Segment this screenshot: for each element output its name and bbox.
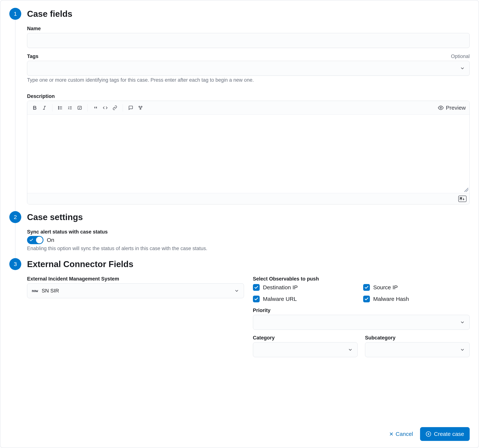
comment-icon[interactable] [127, 104, 134, 112]
step-external-connector: 3 External Connector Fields External Inc… [9, 258, 470, 364]
observables-and-fields: Select Observables to push Destination I… [253, 276, 470, 357]
priority-select[interactable] [253, 315, 470, 330]
priority-label: Priority [253, 308, 470, 313]
quote-icon[interactable] [92, 104, 99, 112]
checkbox-checked-icon [253, 284, 260, 291]
editor-footer: M↓ [27, 193, 470, 204]
link-icon[interactable] [111, 104, 119, 112]
observable-label: Malware Hash [373, 296, 409, 302]
observables-label: Select Observables to push [253, 276, 470, 282]
tags-input[interactable] [27, 61, 470, 76]
checkbox-checked-icon [253, 296, 260, 302]
cancel-button[interactable]: Cancel [387, 428, 415, 440]
field-tags: Tags Optional Type one or more custom id… [27, 53, 470, 83]
chevron-down-icon [460, 320, 465, 325]
step-badge-1: 1 [9, 8, 21, 20]
editor-toolbar: Preview [27, 101, 470, 115]
bold-icon[interactable] [31, 104, 38, 112]
observable-destination-ip[interactable]: Destination IP [253, 284, 359, 291]
category-field: Category [253, 335, 358, 357]
observables-list: Destination IP Source IP Malware URL [253, 284, 470, 302]
footer-actions: Cancel Create case [387, 427, 470, 441]
sync-toggle[interactable] [27, 236, 43, 244]
description-label: Description [27, 94, 55, 99]
checkbox-checked-icon [363, 284, 370, 291]
svg-point-7 [58, 107, 59, 108]
svg-point-18 [440, 107, 442, 108]
preview-label: Preview [446, 105, 466, 111]
subcategory-label: Subcategory [365, 335, 470, 341]
field-description: Description [27, 94, 470, 204]
servicenow-icon: now [32, 288, 38, 293]
description-textarea[interactable] [27, 115, 470, 193]
external-system-label: External Incident Management System [27, 276, 244, 282]
tags-optional: Optional [451, 53, 470, 59]
svg-point-15 [140, 108, 141, 109]
step-title-external-connector: External Connector Fields [27, 258, 470, 270]
observable-malware-hash[interactable]: Malware Hash [363, 296, 470, 302]
chevron-down-icon [348, 347, 353, 352]
priority-field: Priority [253, 308, 470, 330]
bullet-list-icon[interactable] [57, 104, 64, 112]
sync-help: Enabling this option will sync the statu… [27, 246, 470, 251]
cancel-label: Cancel [396, 431, 413, 437]
step-badge-2: 2 [9, 211, 21, 223]
ordered-list-icon[interactable] [66, 104, 74, 112]
description-editor: Preview M↓ [27, 101, 470, 204]
step-case-settings: 2 Case settings Sync alert status with c… [9, 211, 470, 258]
observable-malware-url[interactable]: Malware URL [253, 296, 359, 302]
chevron-down-icon [460, 347, 465, 352]
preview-button[interactable]: Preview [438, 105, 466, 111]
svg-line-16 [140, 107, 140, 108]
field-name: Name [27, 26, 470, 48]
step-title-case-settings: Case settings [27, 211, 470, 223]
observable-label: Malware URL [263, 296, 297, 302]
tags-label: Tags [27, 53, 38, 59]
create-case-button[interactable]: Create case [420, 427, 470, 441]
step-badge-3: 3 [9, 258, 21, 270]
subcategory-field: Subcategory [365, 335, 470, 357]
sync-value-text: On [47, 237, 54, 243]
svg-rect-12 [78, 106, 81, 109]
subcategory-select[interactable] [365, 342, 470, 357]
name-input[interactable] [27, 33, 470, 48]
svg-point-6 [58, 106, 59, 107]
steps-list: 1 Case fields Name Tags Optional [9, 8, 470, 364]
checkbox-checked-icon [363, 296, 370, 302]
checklist-icon[interactable] [76, 104, 83, 112]
category-select[interactable] [253, 342, 358, 357]
external-system-select[interactable]: now SN SIR [27, 283, 244, 298]
eye-icon [438, 105, 444, 111]
observable-source-ip[interactable]: Source IP [363, 284, 470, 291]
close-icon [389, 432, 394, 436]
lens-icon[interactable] [137, 104, 144, 112]
markdown-icon[interactable]: M↓ [458, 196, 467, 202]
name-label: Name [27, 26, 41, 32]
step-case-fields: 1 Case fields Name Tags Optional [9, 8, 470, 211]
category-label: Category [253, 335, 358, 341]
svg-line-17 [141, 107, 141, 108]
italic-icon[interactable] [41, 104, 48, 112]
external-system-value: SN SIR [42, 288, 59, 294]
step-title-case-fields: Case fields [27, 8, 470, 20]
observable-label: Source IP [373, 284, 398, 291]
tags-help: Type one or more custom identifying tags… [27, 77, 470, 83]
chevron-down-icon [460, 66, 465, 71]
svg-point-8 [58, 108, 59, 109]
svg-line-2 [44, 106, 45, 109]
observable-label: Destination IP [263, 284, 298, 291]
create-case-label: Create case [434, 431, 464, 437]
chevron-down-icon [234, 288, 239, 293]
plus-circle-icon [426, 431, 431, 437]
create-case-page: 1 Case fields Name Tags Optional [0, 0, 479, 448]
sync-label: Sync alert status with case status [27, 229, 470, 235]
code-icon[interactable] [101, 104, 109, 112]
check-icon [29, 238, 33, 242]
external-system-field: External Incident Management System now … [27, 276, 244, 357]
